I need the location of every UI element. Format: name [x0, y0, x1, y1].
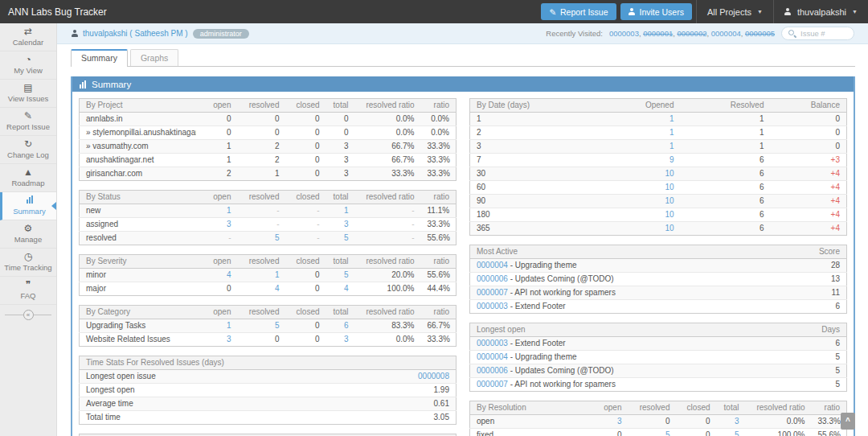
issue-link[interactable]: 6 [344, 321, 349, 330]
scroll-top-button[interactable]: ^ [841, 413, 855, 430]
pencil-icon: ✎ [24, 111, 32, 121]
issue-link[interactable]: 9 [669, 155, 674, 164]
issue-link[interactable]: 0000007 [477, 288, 508, 297]
column-header: total [717, 401, 746, 415]
sidebar-item-my-view[interactable]: ◔My View [0, 51, 56, 80]
issue-link[interactable]: 0000003 [477, 302, 508, 311]
issue-link[interactable]: 1 [669, 114, 674, 123]
issue-link[interactable]: 1 [227, 206, 231, 215]
issue-link[interactable]: 5 [275, 233, 280, 242]
role-badge: administrator [193, 29, 249, 39]
sidebar-item-roadmap[interactable]: ▲Roadmap [0, 164, 56, 192]
issue-link[interactable]: 3 [344, 335, 349, 343]
sidebar-item-time-tracking[interactable]: ◷Time Tracking [0, 249, 56, 277]
issue-link[interactable]: 3 [227, 335, 231, 343]
user-menu[interactable]: thuvalpakshi ▼ [773, 0, 868, 23]
sidebar-item-calendar[interactable]: ⇄Calendar [0, 23, 56, 51]
issue-link[interactable]: 1 [344, 206, 349, 215]
issue-link[interactable]: 1 [275, 270, 280, 279]
gears-icon: ⚙ [24, 224, 33, 234]
issue-link[interactable]: 3 [344, 220, 349, 228]
issue-link[interactable]: 10 [665, 210, 674, 219]
table-row: 3110 [470, 140, 847, 154]
issue-link[interactable]: 1 [669, 142, 674, 150]
issue-link[interactable]: 5 [735, 430, 739, 436]
column-header: Most Active [470, 245, 807, 259]
user-icon [784, 8, 792, 15]
column-header: total [326, 191, 355, 204]
table-row: annlabs.in00000.0%0.0% [80, 113, 457, 126]
column-header: ratio [421, 191, 457, 204]
issue-link[interactable]: 10 [665, 169, 674, 178]
issue-link[interactable]: 0000004 [477, 352, 508, 361]
column-header: resolved [238, 306, 286, 319]
recently-visited-label: Recently Visited: [546, 29, 603, 38]
invite-users-button[interactable]: Invite Users [620, 3, 692, 20]
tab-summary[interactable]: Summary [71, 49, 128, 67]
user-profile-link[interactable]: thuvalpakshi ( Satheesh PM ) [83, 29, 188, 38]
issue-link[interactable]: 10 [665, 224, 674, 232]
sidebar-item-label: View Issues [8, 94, 49, 103]
issue-link[interactable]: 3 [617, 417, 622, 426]
column-header: By Resolution [470, 401, 587, 415]
column-header: closed [286, 306, 326, 319]
sidebar-item-summary[interactable]: Summary [0, 192, 56, 220]
issue-link[interactable]: 4 [275, 284, 280, 293]
issue-link[interactable]: 0000006 [477, 274, 508, 283]
recent-issue-link[interactable]: 0000001 [643, 29, 673, 38]
issue-link[interactable]: 3 [227, 220, 231, 228]
table-row: 0000003 - Extend Footer6 [470, 300, 847, 314]
sidebar-item-manage[interactable]: ⚙Manage [0, 220, 56, 249]
column-header: resolved [238, 191, 286, 204]
sidebar-collapse-toggle[interactable]: « [0, 305, 56, 324]
issue-link[interactable]: 1 [669, 128, 674, 137]
time-stats-table: Time Stats For Resolved Issues (days)Lon… [79, 356, 457, 425]
issue-link[interactable]: 0000006 [477, 366, 508, 375]
column-header: By Status [80, 191, 196, 204]
recent-issue-link[interactable]: 0000005 [745, 29, 775, 38]
issue-search-input[interactable] [800, 29, 847, 38]
table-row: Longest open issue0000008 [80, 370, 457, 384]
issue-link[interactable]: 4 [227, 270, 231, 279]
table-row: Average time0.61 [80, 397, 457, 411]
issue-link[interactable]: 5 [344, 233, 349, 242]
table-row: 0000004 - Upgrading theme28 [470, 259, 847, 273]
table-row: Longest open1.99 [80, 384, 457, 397]
sidebar-item-report-issue[interactable]: ✎Report Issue [0, 108, 56, 136]
issue-link[interactable]: 3 [735, 417, 739, 426]
table-row: 0000006 - Updates Coming (@TODO)5 [470, 364, 847, 378]
issue-link[interactable]: 4 [344, 284, 349, 293]
recent-issues: 0000003, 0000001, 0000002, 0000004, 0000… [609, 29, 775, 38]
sidebar-item-faq[interactable]: ❞FAQ [0, 277, 56, 305]
table-row: assigned3--3-33.3% [80, 218, 457, 232]
recent-issue-link[interactable]: 0000004 [711, 29, 741, 38]
sidebar-item-change-log[interactable]: ↻Change Log [0, 136, 56, 164]
by-status-table: By Statusopenresolvedclosedtotalresolved… [79, 190, 457, 245]
sidebar-item-view-issues[interactable]: ▤View Issues [0, 80, 56, 108]
issue-link[interactable]: 0000004 [477, 261, 508, 269]
issue-link[interactable]: 0000003 [477, 339, 508, 348]
column-header: resolved ratio [355, 255, 421, 269]
tab-graphs[interactable]: Graphs [130, 49, 178, 66]
issue-link[interactable]: 0000007 [477, 380, 508, 389]
issue-link[interactable]: 5 [344, 270, 349, 279]
table-row: Total time3.05 [80, 411, 457, 425]
recent-issue-link[interactable]: 0000002 [677, 29, 706, 38]
issue-link[interactable]: 10 [665, 196, 674, 205]
longest-open-table: Longest openDays0000003 - Extend Footer6… [469, 323, 847, 392]
report-issue-button[interactable]: ✎ Report Issue [541, 3, 616, 20]
sidebar-item-label: Roadmap [11, 179, 44, 187]
column-header: Days [807, 323, 847, 337]
user-plus-icon [628, 8, 636, 15]
issue-link[interactable]: 5 [275, 321, 280, 330]
recent-issue-link[interactable]: 0000003 [609, 29, 639, 38]
column-header: resolved ratio [355, 99, 421, 113]
issue-link[interactable]: 0000008 [418, 372, 449, 380]
projects-dropdown[interactable]: All Projects ▼ [696, 0, 773, 23]
issue-link[interactable]: 1 [227, 321, 231, 330]
issue-link[interactable]: 5 [665, 430, 670, 436]
column-header: Score [807, 245, 847, 259]
column-header: open [196, 191, 238, 204]
search-icon [788, 30, 796, 38]
issue-link[interactable]: 10 [665, 183, 674, 191]
